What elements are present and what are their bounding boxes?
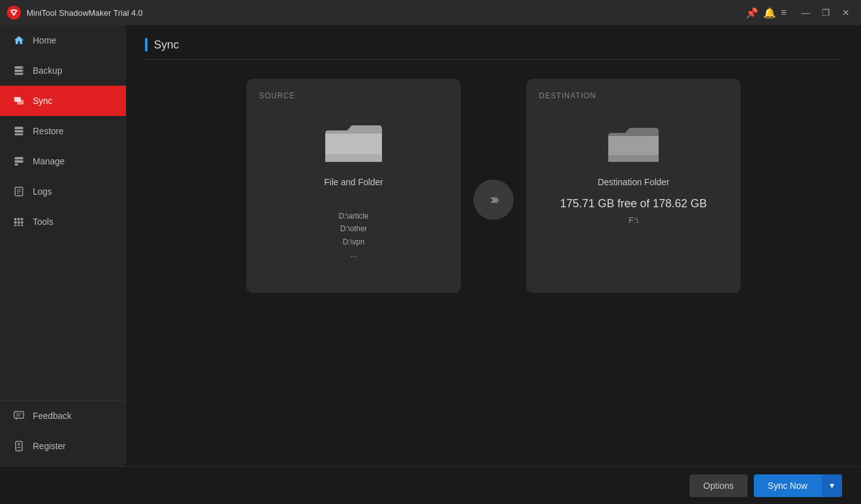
bell-icon[interactable]: 🔔 [763, 7, 776, 19]
svg-rect-34 [325, 154, 382, 162]
sidebar-item-register[interactable]: Register [0, 431, 126, 461]
sidebar-bottom: Feedback Register [0, 400, 126, 466]
page-title-accent [145, 38, 147, 52]
menu-icon[interactable]: ≡ [781, 7, 787, 18]
svg-rect-37 [608, 155, 659, 162]
sidebar-label-logs: Logs [33, 186, 52, 197]
svg-rect-9 [14, 130, 23, 133]
sync-arrow-button[interactable]: ››› [473, 180, 514, 220]
source-label: SOURCE [259, 91, 295, 100]
window-controls: — ❐ ✕ [797, 4, 855, 21]
destination-label: DESTINATION [539, 91, 596, 100]
destination-free-space: 175.71 GB free of 178.62 GB [560, 197, 707, 210]
destination-folder-icon [605, 119, 662, 164]
logs-icon [13, 185, 25, 198]
feedback-icon [13, 410, 25, 422]
svg-rect-26 [21, 225, 23, 226]
register-icon [13, 440, 25, 452]
sidebar: Home Backup Sync [0, 25, 126, 466]
destination-drive: F:\ [628, 215, 638, 225]
svg-rect-11 [14, 157, 23, 159]
sidebar-label-register: Register [33, 441, 66, 451]
minimize-button[interactable]: — [797, 4, 814, 21]
sidebar-item-tools[interactable]: Tools [0, 207, 126, 237]
sync-now-button[interactable]: Sync Now [754, 474, 821, 497]
source-subtitle: File and Folder [324, 177, 383, 187]
svg-rect-24 [14, 225, 17, 226]
home-icon [13, 34, 25, 47]
title-bar: MiniTool ShadowMaker Trial 4.0 📌 🔔 ≡ — ❐… [0, 0, 861, 25]
sidebar-item-manage[interactable]: Manage [0, 146, 126, 176]
svg-rect-13 [14, 164, 18, 166]
app-title: MiniTool ShadowMaker Trial 4.0 [26, 8, 746, 18]
sidebar-item-backup[interactable]: Backup [0, 55, 126, 86]
sync-now-dropdown-button[interactable]: ▼ [821, 474, 842, 497]
svg-point-0 [7, 6, 21, 20]
svg-rect-21 [14, 221, 17, 224]
source-folder-icon [325, 119, 382, 164]
svg-rect-27 [14, 411, 24, 418]
restore-icon [13, 125, 25, 137]
destination-card[interactable]: DESTINATION Destination Folder 175.71 GB… [526, 79, 741, 293]
app-logo [6, 5, 21, 20]
sync-icon [13, 94, 25, 107]
close-button[interactable]: ✕ [837, 4, 855, 21]
main-layout: Home Backup Sync [0, 25, 861, 466]
svg-rect-12 [14, 161, 23, 163]
sidebar-label-feedback: Feedback [33, 411, 71, 421]
svg-rect-8 [14, 127, 23, 129]
svg-rect-3 [14, 73, 23, 75]
sidebar-item-feedback[interactable]: Feedback [0, 401, 126, 431]
source-paths: D:\article D:\other D:\vpn ... [338, 210, 368, 261]
svg-point-4 [22, 67, 23, 68]
bottom-bar: Options Sync Now ▼ [0, 466, 861, 504]
sidebar-label-backup: Backup [33, 66, 62, 76]
source-card[interactable]: SOURCE File and Folder D:\article D:\oth… [246, 79, 461, 293]
sidebar-label-manage: Manage [33, 156, 65, 166]
svg-rect-25 [18, 225, 20, 226]
backup-icon [13, 64, 25, 77]
pin-icon[interactable]: 📌 [746, 7, 758, 19]
svg-rect-20 [21, 218, 23, 220]
svg-rect-30 [16, 442, 23, 451]
restore-button[interactable]: ❐ [817, 4, 835, 21]
sync-now-button-group: Sync Now ▼ [754, 474, 842, 497]
sidebar-item-home[interactable]: Home [0, 25, 126, 55]
svg-point-5 [22, 71, 23, 72]
sidebar-label-tools: Tools [33, 217, 54, 227]
sidebar-item-logs[interactable]: Logs [0, 176, 126, 207]
svg-point-31 [18, 444, 20, 445]
sidebar-label-restore: Restore [33, 126, 64, 136]
svg-rect-10 [14, 134, 23, 135]
sidebar-item-sync[interactable]: Sync [0, 86, 126, 116]
svg-rect-7 [17, 100, 24, 105]
options-button[interactable]: Options [690, 474, 748, 497]
page-title: Sync [154, 38, 179, 52]
page-title-bar: Sync [145, 38, 842, 60]
arrow-chevrons-icon: ››› [490, 192, 497, 208]
content-area: Sync SOURCE File and Folder D:\article [126, 25, 861, 466]
sidebar-label-home: Home [33, 35, 56, 45]
svg-rect-22 [18, 221, 20, 224]
destination-subtitle: Destination Folder [598, 177, 669, 187]
sidebar-item-restore[interactable]: Restore [0, 116, 126, 146]
svg-rect-18 [14, 218, 17, 220]
header-icons: 📌 🔔 ≡ [746, 7, 787, 19]
sidebar-label-sync: Sync [33, 96, 52, 106]
manage-icon [13, 155, 25, 168]
tools-icon [13, 215, 25, 228]
svg-rect-19 [18, 218, 20, 220]
svg-rect-23 [21, 221, 23, 224]
sync-cards: SOURCE File and Folder D:\article D:\oth… [145, 72, 842, 454]
